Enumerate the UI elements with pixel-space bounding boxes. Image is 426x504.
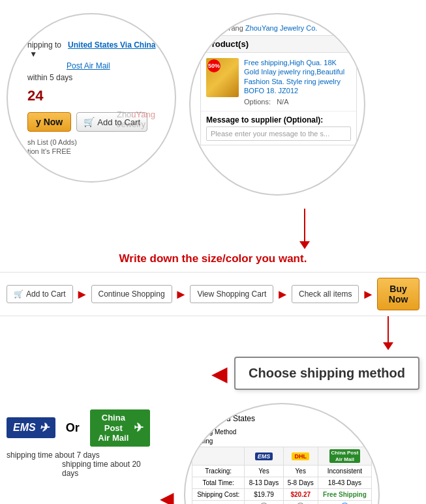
or-separator: Or	[61, 421, 85, 435]
tracking-dhl: Yes	[283, 466, 318, 477]
radio-dhl[interactable]	[283, 501, 318, 504]
delivery-illustration	[7, 484, 150, 504]
message-input[interactable]: Please enter your message to the s...	[206, 126, 351, 141]
ems-badge: EMS ✈	[7, 417, 55, 438]
col-label	[192, 447, 245, 466]
continue-shopping-button[interactable]: Continue Shopping	[91, 285, 172, 303]
seller-name: er: ZhouYang ZhouYang Jewelry Co.	[200, 24, 354, 32]
message-label: Message to supplier (Optional):	[206, 115, 351, 125]
china-post-line2: Air Mail	[97, 433, 130, 443]
add-to-cart-step-button[interactable]: 🛒 Add to Cart	[7, 285, 73, 303]
country-name: United States	[208, 414, 255, 423]
right-circle-area: er: ZhouYang ZhouYang Jewelry Co. Produc…	[183, 7, 365, 202]
time-label: Total Time:	[192, 477, 245, 489]
instruction-section: Write down the size/color you want.	[0, 249, 426, 272]
product-panel-header: Product(s)	[201, 36, 356, 53]
china-post-option: China Post Air Mail ✈	[90, 409, 150, 447]
left-circle: hipping to United States Via China ▼ Pos…	[7, 13, 176, 183]
steps-row: 🛒 Add to Cart ► Continue Shopping ► View…	[0, 272, 426, 316]
radio-row	[192, 501, 372, 504]
china-post-line1: China Post	[97, 413, 130, 433]
arrow-3: ►	[276, 287, 289, 302]
buy-now-button[interactable]: y Now	[27, 112, 71, 132]
us-flag-icon	[192, 414, 205, 423]
check-items-button[interactable]: Check all items	[292, 285, 359, 303]
section-label: hipping Method	[192, 428, 236, 436]
ems-option: EMS ✈	[7, 417, 55, 438]
ems-logo: EMS	[255, 452, 273, 460]
bottom-section: EMS ✈ Or China Post Air Mail ✈	[0, 396, 426, 504]
view-cart-button[interactable]: View Shopping Cart	[190, 285, 273, 303]
cart-icon: 🛒	[84, 117, 95, 127]
options-value: N/A	[277, 98, 288, 106]
time-china: 18-43 Days	[318, 477, 371, 489]
add-to-cart-step-label: Add to Cart	[26, 289, 66, 299]
col-chinapost: China PostAir Mail	[318, 447, 371, 466]
china-post-plane-icon: ✈	[134, 421, 144, 436]
delivery-text: within 5 days	[27, 73, 72, 82]
cost-ems: $19.79	[245, 489, 283, 501]
china-post-time-text: shipping time about 20 days	[62, 460, 150, 478]
shipping-circle: United States hipping Method hipping EMS…	[184, 403, 380, 504]
shipping-prefix: hipping to United States Via China ▼	[27, 40, 162, 59]
product-image: 50%	[206, 58, 239, 97]
free-line: tion It's FREE	[27, 147, 71, 155]
radio-label	[192, 501, 245, 504]
arrow-down-line	[304, 209, 305, 241]
product-options: Options: N/A	[244, 98, 351, 106]
arrow-2: ►	[175, 287, 188, 302]
product-info: Free shipping,High Qua. 18K Gold Inlay j…	[244, 58, 351, 106]
options-label: Options:	[244, 98, 271, 106]
ems-label: EMS	[13, 422, 36, 434]
delivery-svg	[7, 484, 124, 504]
china-post-label: China Post Air Mail	[97, 413, 130, 443]
wish-list-line: sh List (0 Adds)	[27, 138, 77, 146]
message-section: Message to supplier (Optional): Please e…	[201, 111, 356, 145]
buynow-arrow-head	[383, 342, 393, 350]
ems-time-text: shipping time about 7 days	[7, 451, 100, 460]
shipping-table-area: United States hipping Method hipping EMS…	[184, 403, 419, 504]
watermark-left: ZhouYangJewelry	[117, 110, 155, 129]
product-panel-body: 50% Free shipping,High Qua. 18K Gold Inl…	[201, 53, 356, 111]
arrow-down-container	[0, 209, 426, 249]
china-post-badge: China Post Air Mail ✈	[90, 409, 150, 447]
shipping-method-label: hipping Method	[192, 428, 372, 436]
shipping-table: EMS DHL China PostAir Mail Tracking: Yes…	[192, 447, 372, 504]
radio-china[interactable]	[318, 501, 371, 504]
china-post-logo: China PostAir Mail	[329, 449, 361, 463]
tracking-row: Tracking: Yes Yes Inconsistent	[192, 466, 372, 477]
bottom-left-arrow-container: ◀	[157, 403, 177, 504]
ems-row: EMS ✈ Or China Post Air Mail ✈	[7, 409, 150, 447]
radio-ems[interactable]	[245, 501, 283, 504]
cost-label: Shipping Cost:	[192, 489, 245, 501]
shipping-country-link[interactable]: United States Via China	[68, 40, 155, 50]
left-arrow-big: ◀	[211, 361, 228, 386]
cost-row: Shipping Cost: $19.79 $20.27 Free Shippi…	[192, 489, 372, 501]
discount-badge: 50%	[207, 59, 221, 72]
tracking-label: Tracking:	[192, 466, 245, 477]
product-title: Free shipping,High Qua. 18K Gold Inlay j…	[244, 58, 351, 95]
cost-china: Free Shipping	[318, 489, 371, 501]
col-ems: EMS	[245, 447, 283, 466]
buy-now-big-button[interactable]: Buy Now	[377, 278, 419, 310]
shipping-options-area: EMS ✈ Or China Post Air Mail ✈	[7, 403, 150, 504]
page-wrapper: hipping to United States Via China ▼ Pos…	[0, 0, 426, 504]
arrow-down	[299, 209, 310, 249]
time-ems: 8-13 Days	[245, 477, 283, 489]
arrow-down-buynow	[383, 316, 393, 350]
post-air-mail-link[interactable]: Post Air Mail	[67, 61, 110, 70]
shipping-label2: hipping	[192, 437, 372, 445]
tracking-ems: Yes	[245, 466, 283, 477]
shipping-prefix-text: hipping to	[27, 40, 61, 50]
col-dhl: DHL	[283, 447, 318, 466]
bottom-left-arrow: ◀	[160, 488, 174, 504]
instruction-text: Write down the size/color you want.	[13, 252, 413, 265]
product-panel: Product(s) 50% Free shipping,High Qua. 1…	[200, 35, 357, 145]
country-row: United States	[192, 414, 372, 423]
ems-plane-icon: ✈	[39, 421, 49, 435]
top-section: hipping to United States Via China ▼ Pos…	[0, 0, 426, 209]
price-display: 24	[27, 87, 43, 104]
right-circle: er: ZhouYang ZhouYang Jewelry Co. Produc…	[189, 13, 365, 196]
seller-link[interactable]: ZhouYang Jewelry Co.	[245, 24, 317, 32]
arrow-down-head	[299, 241, 310, 249]
